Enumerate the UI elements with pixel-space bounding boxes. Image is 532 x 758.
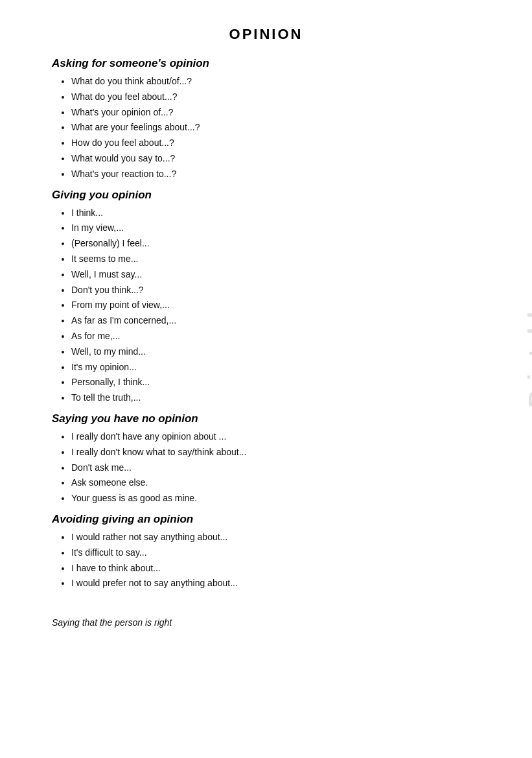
list-item: As far as I'm concerned,... xyxy=(71,313,480,329)
list-item: Well, I must say... xyxy=(71,267,480,283)
section-no-opinion: Saying you have no opinionI really don't… xyxy=(52,412,480,506)
section-heading-avoiding: Avoiding giving an opinion xyxy=(52,513,480,526)
list-item: How do you feel about...? xyxy=(71,136,480,151)
section-list-avoiding: I would rather not say anything about...… xyxy=(71,530,480,591)
section-asking: Asking for someone's opinionWhat do you … xyxy=(52,57,480,182)
list-item: What would you say to...? xyxy=(71,151,480,167)
sections-container: Asking for someone's opinionWhat do you … xyxy=(52,57,480,591)
list-item: What are your feelings about...? xyxy=(71,120,480,136)
list-item: What's your opinion of...? xyxy=(71,105,480,121)
content: OPINION Asking for someone's opinionWhat… xyxy=(52,26,480,628)
list-item: What's your reaction to...? xyxy=(71,167,480,182)
list-item: What do you think about/of...? xyxy=(71,74,480,89)
list-item: To tell the truth,... xyxy=(71,390,480,406)
list-item: As for me,... xyxy=(71,329,480,344)
page: Printables.com OPINION Asking for someon… xyxy=(0,0,532,758)
section-list-no-opinion: I really don't have any opinion about ..… xyxy=(71,429,480,506)
footer-note: Saying that the person is right xyxy=(52,617,480,628)
list-item: I would rather not say anything about... xyxy=(71,530,480,545)
list-item: What do you feel about...? xyxy=(71,89,480,105)
list-item: Don't you think...? xyxy=(71,283,480,298)
section-list-asking: What do you think about/of...?What do yo… xyxy=(71,74,480,182)
section-heading-asking: Asking for someone's opinion xyxy=(52,57,480,70)
list-item: Don't ask me... xyxy=(71,460,480,476)
section-avoiding: Avoiding giving an opinionI would rather… xyxy=(52,513,480,591)
list-item: I really don't know what to say/think ab… xyxy=(71,445,480,460)
list-item: I would prefer not to say anything about… xyxy=(71,576,480,591)
list-item: I have to think about... xyxy=(71,561,480,576)
section-heading-giving: Giving you opinion xyxy=(52,189,480,202)
list-item: Your guess is as good as mine. xyxy=(71,491,480,506)
list-item: I really don't have any opinion about ..… xyxy=(71,429,480,445)
list-item: It's my opinion... xyxy=(71,360,480,375)
list-item: In my view,... xyxy=(71,220,480,236)
section-heading-no-opinion: Saying you have no opinion xyxy=(52,412,480,425)
watermark: Printables.com xyxy=(524,222,533,409)
list-item: (Personally) I feel... xyxy=(71,236,480,252)
list-item: Personally, I think... xyxy=(71,375,480,390)
section-list-giving: I think...In my view,...(Personally) I f… xyxy=(71,206,480,406)
list-item: From my point of view,... xyxy=(71,298,480,313)
list-item: Well, to my mind... xyxy=(71,344,480,360)
section-giving: Giving you opinionI think...In my view,.… xyxy=(52,189,480,406)
list-item: It seems to me... xyxy=(71,252,480,267)
list-item: Ask someone else. xyxy=(71,475,480,491)
list-item: It's difficult to say... xyxy=(71,545,480,561)
page-title: OPINION xyxy=(52,26,480,43)
list-item: I think... xyxy=(71,206,480,221)
